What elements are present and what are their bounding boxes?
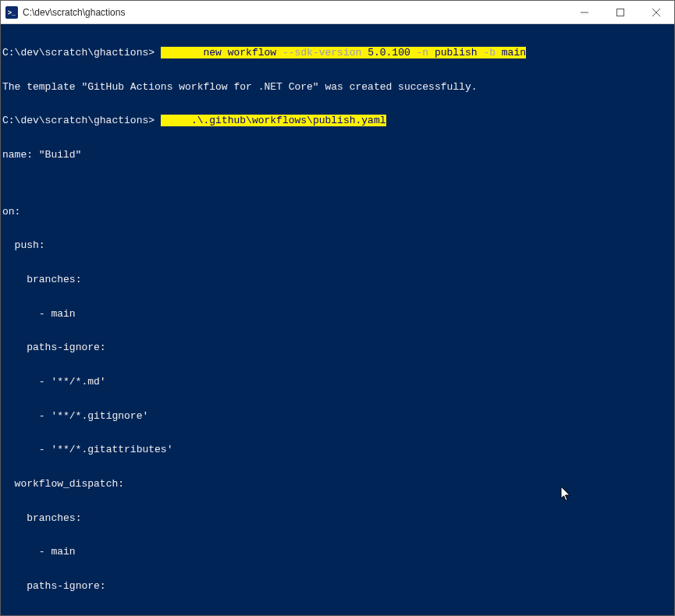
cmd-token: dotnet bbox=[161, 47, 197, 58]
yaml-line: - main bbox=[2, 309, 673, 320]
yaml-line: paths-ignore: bbox=[2, 342, 673, 354]
cmd-token: main bbox=[496, 47, 526, 58]
cmd-token: new bbox=[197, 47, 228, 58]
yaml-line: name: "Build" bbox=[2, 150, 673, 161]
powershell-icon: >_ bbox=[5, 6, 18, 19]
yaml-line: push: bbox=[2, 240, 673, 252]
titlebar[interactable]: >_ C:\dev\scratch\ghactions bbox=[1, 1, 674, 24]
cmd-token: --sdk-version bbox=[282, 47, 361, 58]
prompt-line-2: C:\dev\scratch\ghactions> more .\.github… bbox=[2, 115, 673, 127]
minimize-button[interactable] bbox=[567, 1, 602, 23]
svg-rect-1 bbox=[617, 9, 624, 16]
cmd-token: -n bbox=[417, 47, 429, 58]
window-controls bbox=[567, 1, 674, 23]
powershell-window: >_ C:\dev\scratch\ghactions C:\dev\scrat… bbox=[0, 0, 675, 616]
output-line: The template "GitHub Actions workflow fo… bbox=[2, 82, 673, 94]
cmd-token: more bbox=[161, 115, 191, 126]
yaml-line: - '**/*.gitattributes' bbox=[2, 444, 673, 456]
yaml-line: - '**/*.gitignore' bbox=[2, 411, 673, 423]
window-title: C:\dev\scratch\ghactions bbox=[23, 7, 567, 18]
terminal-area[interactable]: C:\dev\scratch\ghactions> dotnet new wor… bbox=[1, 24, 674, 615]
yaml-line: workflow_dispatch: bbox=[2, 479, 673, 490]
prompt-line-1: C:\dev\scratch\ghactions> dotnet new wor… bbox=[2, 48, 673, 59]
yaml-line: on: bbox=[2, 207, 673, 218]
yaml-line: - '**/*.md' bbox=[2, 377, 673, 388]
yaml-line: - '**/*.md' bbox=[2, 614, 673, 615]
cmd-token: -b bbox=[483, 47, 496, 58]
yaml-line: - main bbox=[2, 547, 673, 558]
yaml-line: branches: bbox=[2, 513, 673, 525]
close-button[interactable] bbox=[638, 1, 674, 23]
cmd-token: 5.0.100 bbox=[361, 47, 416, 58]
yaml-line: paths-ignore: bbox=[2, 581, 673, 593]
cmd-token: .\.github\workflows\publish.yaml bbox=[191, 115, 386, 126]
maximize-button[interactable] bbox=[602, 1, 638, 23]
cmd-token: workflow bbox=[228, 47, 282, 58]
prompt: C:\dev\scratch\ghactions> bbox=[2, 115, 155, 126]
prompt: C:\dev\scratch\ghactions> bbox=[2, 47, 155, 58]
cmd-token: publish bbox=[428, 47, 483, 58]
yaml-line: branches: bbox=[2, 274, 673, 286]
